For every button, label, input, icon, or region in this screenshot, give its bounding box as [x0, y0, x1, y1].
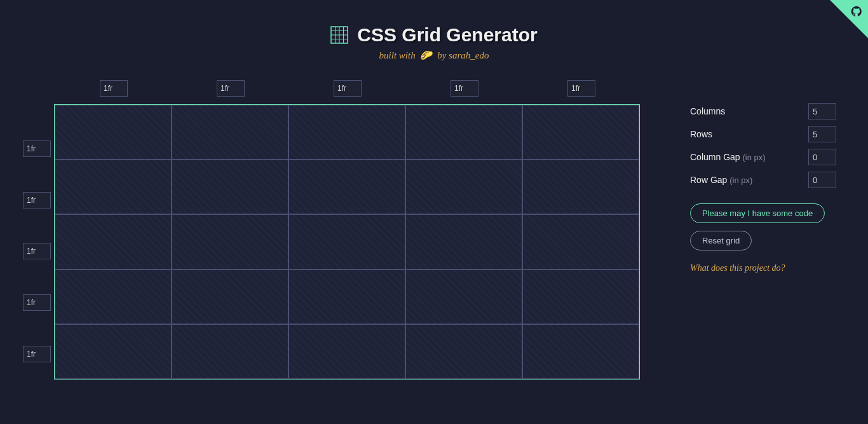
- grid-cell[interactable]: [55, 105, 172, 160]
- grid-panel: [23, 80, 665, 380]
- col-unit-input-0[interactable]: [100, 80, 128, 97]
- rowgap-label: Row Gap (in px): [690, 175, 752, 185]
- col-unit-input-4[interactable]: [567, 80, 595, 97]
- col-unit-input-3[interactable]: [451, 80, 478, 97]
- columns-label: Columns: [690, 106, 725, 116]
- grid-cell[interactable]: [405, 270, 522, 324]
- grid-cell[interactable]: [288, 160, 405, 214]
- grid-cell[interactable]: [405, 324, 522, 379]
- rows-input[interactable]: [808, 126, 836, 142]
- rows-label: Rows: [690, 129, 712, 139]
- grid-cell[interactable]: [288, 214, 405, 269]
- subtitle-prefix: built with: [379, 50, 416, 60]
- subtitle-author[interactable]: sarah_edo: [449, 50, 489, 60]
- colgap-label: Column Gap (in px): [690, 152, 766, 162]
- row-unit-input-4[interactable]: [23, 346, 51, 362]
- grid-cell[interactable]: [55, 324, 172, 379]
- subtitle: built with 🌮 by sarah_edo: [0, 50, 868, 61]
- subtitle-by: by: [437, 50, 446, 60]
- grid-cell[interactable]: [172, 160, 288, 214]
- rowgap-input[interactable]: [808, 172, 836, 188]
- grid-logo-icon: [330, 26, 348, 44]
- columns-input[interactable]: [808, 103, 836, 120]
- grid-cell[interactable]: [405, 214, 522, 269]
- generate-code-button[interactable]: Please may I have some code: [690, 203, 825, 223]
- grid-cell[interactable]: [288, 105, 405, 160]
- col-unit-input-1[interactable]: [217, 80, 245, 97]
- grid-canvas[interactable]: [54, 104, 640, 380]
- grid-cell[interactable]: [172, 214, 288, 269]
- row-unit-input-2[interactable]: [23, 243, 51, 259]
- grid-cell[interactable]: [522, 214, 639, 269]
- reset-grid-button[interactable]: Reset grid: [690, 231, 752, 250]
- grid-cell[interactable]: [172, 270, 288, 324]
- col-unit-input-2[interactable]: [334, 80, 362, 97]
- grid-cell[interactable]: [522, 324, 639, 379]
- grid-cell[interactable]: [522, 105, 639, 160]
- grid-cell[interactable]: [172, 105, 288, 160]
- grid-cell[interactable]: [405, 105, 522, 160]
- grid-cell[interactable]: [522, 160, 639, 214]
- github-icon[interactable]: [850, 5, 863, 21]
- grid-cell[interactable]: [172, 324, 288, 379]
- taco-icon: 🌮: [420, 50, 432, 61]
- controls-panel: Columns Rows Column Gap (in px) Row Gap …: [690, 80, 836, 380]
- grid-cell[interactable]: [55, 270, 172, 324]
- row-unit-input-3[interactable]: [23, 294, 51, 311]
- grid-cell[interactable]: [288, 324, 405, 379]
- colgap-input[interactable]: [808, 149, 836, 165]
- grid-cell[interactable]: [405, 160, 522, 214]
- row-unit-input-0[interactable]: [23, 140, 51, 157]
- project-info-link[interactable]: What does this project do?: [690, 263, 836, 273]
- page-title: CSS Grid Generator: [357, 24, 537, 46]
- grid-cell[interactable]: [522, 270, 639, 324]
- grid-cell[interactable]: [288, 270, 405, 324]
- grid-cell[interactable]: [55, 160, 172, 214]
- row-unit-input-1[interactable]: [23, 192, 51, 209]
- grid-cell[interactable]: [55, 214, 172, 269]
